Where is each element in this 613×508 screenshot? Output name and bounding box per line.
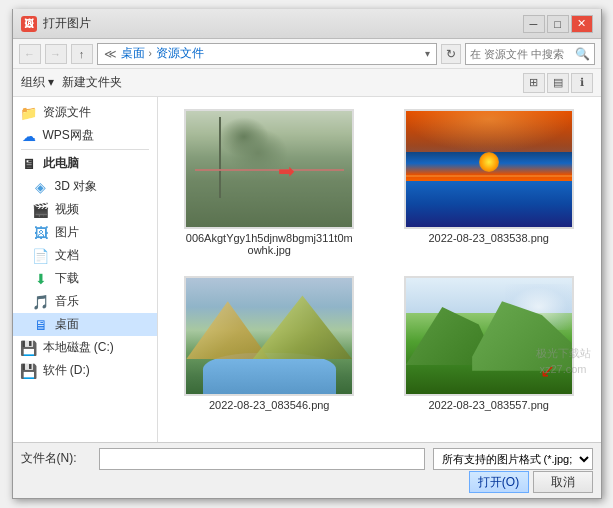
sidebar-label-3d: 3D 对象 [55, 178, 98, 195]
sidebar: 📁 资源文件 ☁ WPS网盘 🖥 此电脑 ◈ 3D 对象 🎬 视频 🖼 [13, 97, 158, 442]
sidebar-label-local-d: 软件 (D:) [43, 362, 90, 379]
filename-input[interactable] [99, 448, 425, 470]
sidebar-separator [21, 149, 149, 150]
sidebar-label-this-pc: 此电脑 [43, 155, 79, 172]
sidebar-item-3d[interactable]: ◈ 3D 对象 [13, 175, 157, 198]
file-item[interactable]: 2022-08-23_083538.png [385, 105, 593, 260]
docs-icon: 📄 [33, 248, 49, 264]
sidebar-item-wps[interactable]: ☁ WPS网盘 [13, 124, 157, 147]
sidebar-label-wps: WPS网盘 [43, 127, 94, 144]
sidebar-label-local-c: 本地磁盘 (C:) [43, 339, 114, 356]
sidebar-item-pictures[interactable]: 🖼 图片 [13, 221, 157, 244]
action-buttons-row: 打开(O) 取消 [21, 471, 593, 493]
sidebar-item-music[interactable]: 🎵 音乐 [13, 290, 157, 313]
sidebar-item-local-d[interactable]: 💾 软件 (D:) [13, 359, 157, 382]
sidebar-label-pictures: 图片 [55, 224, 79, 241]
new-folder-button[interactable]: 新建文件夹 [62, 74, 122, 91]
search-bar: 🔍 [465, 43, 595, 65]
navigation-toolbar: ← → ↑ ≪ 桌面 › 资源文件 ▾ ↻ 🔍 [13, 39, 601, 69]
file-name: 2022-08-23_083546.png [209, 399, 330, 411]
file-item[interactable]: 2022-08-23_083546.png [166, 272, 374, 415]
file-name: 2022-08-23_083538.png [428, 232, 549, 244]
cloud-icon: ☁ [21, 128, 37, 144]
sidebar-label-downloads: 下载 [55, 270, 79, 287]
back-button[interactable]: ← [19, 44, 41, 64]
file-area: ➡ 006AkgtYgy1h5djnw8bgmj311t0mowhk.jpg [158, 97, 601, 442]
file-thumbnail [184, 276, 354, 396]
breadcrumb-icon: ≪ [104, 47, 117, 61]
open-dialog: 🖼 打开图片 ─ □ ✕ ← → ↑ ≪ 桌面 › 资源文件 ▾ ↻ 🔍 [12, 9, 602, 499]
sidebar-item-local-c[interactable]: 💾 本地磁盘 (C:) [13, 336, 157, 359]
watermark: 极光下载站xz27.com [536, 346, 591, 377]
title-bar: 🖼 打开图片 ─ □ ✕ [13, 9, 601, 39]
breadcrumb-current: 资源文件 [156, 45, 204, 62]
close-button[interactable]: ✕ [571, 15, 593, 33]
search-input[interactable] [470, 48, 573, 60]
search-icon: 🔍 [575, 47, 590, 61]
bottom-bar: 文件名(N): 所有支持的图片格式 (*.jpg;*.jp 打开(O) 取消 [13, 442, 601, 498]
sidebar-item-desktop[interactable]: 🖥 桌面 [13, 313, 157, 336]
file-thumbnail [404, 109, 574, 229]
open-button[interactable]: 打开(O) [469, 471, 529, 493]
main-content: 📁 资源文件 ☁ WPS网盘 🖥 此电脑 ◈ 3D 对象 🎬 视频 🖼 [13, 97, 601, 442]
sidebar-item-resources[interactable]: 📁 资源文件 [13, 101, 157, 124]
file-item[interactable]: ➡ 006AkgtYgy1h5djnw8bgmj311t0mowhk.jpg [166, 105, 374, 260]
up-button[interactable]: ↑ [71, 44, 93, 64]
file-item[interactable]: ↙ 2022-08-23_083557.png [385, 272, 593, 415]
sidebar-label-video: 视频 [55, 201, 79, 218]
sidebar-label-music: 音乐 [55, 293, 79, 310]
sidebar-label-desktop: 桌面 [55, 316, 79, 333]
sidebar-this-pc[interactable]: 🖥 此电脑 [13, 152, 157, 175]
address-bar: ≪ 桌面 › 资源文件 ▾ ↻ [97, 43, 461, 65]
sidebar-item-video[interactable]: 🎬 视频 [13, 198, 157, 221]
folder-icon: 📁 [21, 105, 37, 121]
disk-d-icon: 💾 [21, 363, 37, 379]
view-icons: ⊞ ▤ ℹ [523, 73, 593, 93]
forward-button[interactable]: → [45, 44, 67, 64]
action-bar: 组织 ▾ 新建文件夹 ⊞ ▤ ℹ [13, 69, 601, 97]
video-icon: 🎬 [33, 202, 49, 218]
file-name: 2022-08-23_083557.png [428, 399, 549, 411]
music-icon: 🎵 [33, 294, 49, 310]
minimize-button[interactable]: ─ [523, 15, 545, 33]
sidebar-label-docs: 文档 [55, 247, 79, 264]
view-details-button[interactable]: ℹ [571, 73, 593, 93]
title-buttons: ─ □ ✕ [523, 15, 593, 33]
pc-icon: 🖥 [21, 156, 37, 172]
downloads-icon: ⬇ [33, 271, 49, 287]
refresh-button[interactable]: ↻ [441, 44, 461, 64]
desktop-icon: 🖥 [33, 317, 49, 333]
file-thumbnail: ↙ [404, 276, 574, 396]
view-list-button[interactable]: ▤ [547, 73, 569, 93]
cube-icon: ◈ [33, 179, 49, 195]
file-scroll[interactable]: ➡ 006AkgtYgy1h5djnw8bgmj311t0mowhk.jpg [166, 105, 593, 434]
files-grid: ➡ 006AkgtYgy1h5djnw8bgmj311t0mowhk.jpg [166, 105, 593, 415]
sidebar-item-downloads[interactable]: ⬇ 下载 [13, 267, 157, 290]
breadcrumb[interactable]: ≪ 桌面 › 资源文件 ▾ [97, 43, 437, 65]
filetype-select[interactable]: 所有支持的图片格式 (*.jpg;*.jp [433, 448, 593, 470]
pictures-icon: 🖼 [33, 225, 49, 241]
sidebar-label-resources: 资源文件 [43, 104, 91, 121]
dialog-icon: 🖼 [21, 16, 37, 32]
maximize-button[interactable]: □ [547, 15, 569, 33]
breadcrumb-expand-icon: ▾ [425, 48, 430, 59]
disk-c-icon: 💾 [21, 340, 37, 356]
cancel-button[interactable]: 取消 [533, 471, 593, 493]
sidebar-item-docs[interactable]: 📄 文档 [13, 244, 157, 267]
breadcrumb-root: 桌面 [121, 45, 145, 62]
file-thumbnail: ➡ [184, 109, 354, 229]
filename-label: 文件名(N): [21, 450, 91, 467]
view-large-icon[interactable]: ⊞ [523, 73, 545, 93]
dialog-title: 打开图片 [43, 15, 517, 32]
organize-button[interactable]: 组织 ▾ [21, 74, 54, 91]
breadcrumb-sep: › [149, 48, 152, 59]
file-name: 006AkgtYgy1h5djnw8bgmj311t0mowhk.jpg [184, 232, 354, 256]
filename-row: 文件名(N): 所有支持的图片格式 (*.jpg;*.jp [21, 448, 593, 470]
